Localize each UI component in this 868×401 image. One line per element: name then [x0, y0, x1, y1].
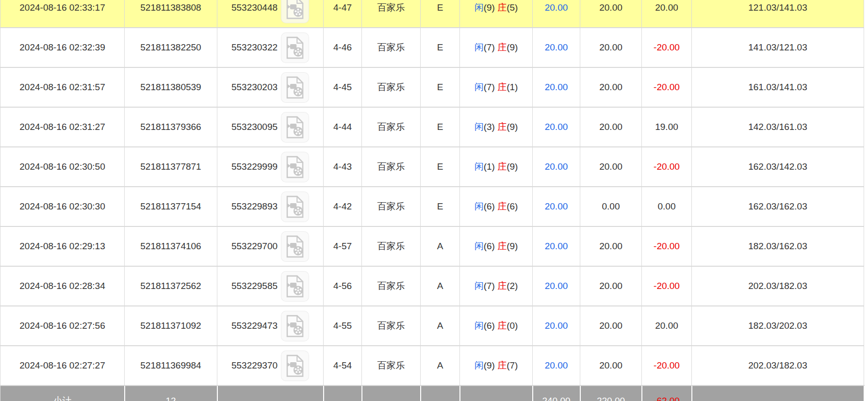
result-banker-score: (7): [507, 360, 518, 370]
video-file-icon: [285, 275, 305, 298]
valid-amount-cell: 20.00: [580, 0, 642, 28]
game-result-cell: 闲(7) 庄(2): [460, 266, 533, 306]
round-id-text: 553229999: [231, 161, 278, 172]
round-id-text: 553230203: [231, 82, 278, 93]
order-id-cell: 521811379366: [125, 107, 217, 147]
video-replay-button[interactable]: [281, 72, 309, 103]
bet-amount-cell[interactable]: 20.00: [533, 187, 580, 226]
valid-amount-cell: 20.00: [580, 67, 642, 107]
round-id-wrap: 553229999: [231, 152, 309, 182]
order-id-cell: 521811371092: [125, 306, 217, 346]
video-replay-button[interactable]: [281, 112, 309, 143]
table-round-cell: 4-55: [324, 306, 362, 346]
subtotal-count-cell: 12: [125, 385, 217, 401]
round-id-wrap: 553229893: [231, 192, 309, 222]
valid-amount-cell: 20.00: [580, 346, 642, 385]
result-player-score: (6): [484, 201, 495, 211]
balance-cell: 121.03/141.03: [692, 0, 864, 28]
subtotal-empty-code: [421, 385, 460, 401]
bet-time-cell: 2024-08-16 02:28:34: [0, 266, 125, 306]
table-row: 2024-08-16 02:32:39521811382250553230322…: [0, 28, 864, 67]
video-file-icon: [285, 36, 305, 59]
table-row: 2024-08-16 02:31:57521811380539553230203…: [0, 67, 864, 107]
video-replay-button[interactable]: [281, 271, 309, 302]
round-id-cell: 553229999: [217, 147, 324, 187]
table-row: 2024-08-16 02:27:27521811369984553229370…: [0, 346, 864, 385]
round-id-wrap: 553230095: [231, 112, 309, 143]
game-name-cell: 百家乐: [362, 0, 421, 28]
result-banker-label: 庄: [497, 241, 507, 251]
result-banker-score: (0): [507, 321, 518, 331]
win-loss-cell: -20.00: [642, 28, 692, 67]
balance-cell: 141.03/121.03: [692, 28, 864, 67]
result-banker-label: 庄: [497, 321, 507, 331]
table-row: 2024-08-16 02:31:27521811379366553230095…: [0, 107, 864, 147]
table-row: 2024-08-16 02:33:17521811383808553230448…: [0, 0, 864, 28]
game-name-cell: 百家乐: [362, 28, 421, 67]
bet-amount-cell[interactable]: 20.00: [533, 306, 580, 346]
bet-amount-cell[interactable]: 20.00: [533, 107, 580, 147]
video-replay-button[interactable]: [281, 192, 309, 222]
result-banker-score: (2): [507, 281, 518, 291]
table-row: 2024-08-16 02:30:50521811377871553229999…: [0, 147, 864, 187]
round-id-text: 553229473: [231, 321, 278, 331]
bet-amount-cell[interactable]: 20.00: [533, 147, 580, 187]
bet-amount-cell[interactable]: 20.00: [533, 266, 580, 306]
video-file-icon: [285, 195, 305, 218]
order-id-cell: 521811369984: [125, 346, 217, 385]
win-loss-cell: 0.00: [642, 187, 692, 226]
game-name-cell: 百家乐: [362, 147, 421, 187]
valid-amount-cell: 20.00: [580, 107, 642, 147]
bet-time-cell: 2024-08-16 02:32:39: [0, 28, 125, 67]
table-code-cell: A: [421, 226, 460, 266]
valid-amount-cell: 20.00: [580, 226, 642, 266]
result-banker-score: (1): [507, 82, 518, 92]
result-player-label: 闲: [475, 42, 484, 52]
video-replay-button[interactable]: [281, 152, 309, 182]
game-name-cell: 百家乐: [362, 346, 421, 385]
bet-amount-cell[interactable]: 20.00: [533, 0, 580, 28]
valid-amount-cell: 20.00: [580, 266, 642, 306]
video-replay-button[interactable]: [281, 311, 309, 341]
table-round-cell: 4-57: [324, 226, 362, 266]
result-player-label: 闲: [475, 161, 484, 172]
result-banker-score: (9): [507, 241, 518, 251]
round-id-cell: 553230095: [217, 107, 324, 147]
video-replay-button[interactable]: [281, 351, 309, 381]
video-replay-button[interactable]: [281, 231, 309, 262]
valid-amount-cell: 20.00: [580, 306, 642, 346]
subtotal-empty-round: [217, 385, 324, 401]
win-loss-cell: -20.00: [642, 346, 692, 385]
result-player-score: (7): [484, 42, 495, 52]
game-name-cell: 百家乐: [362, 107, 421, 147]
result-player-score: (3): [484, 122, 495, 132]
table-row: 2024-08-16 02:28:34521811372562553229585…: [0, 266, 864, 306]
round-id-text: 553229893: [231, 201, 278, 212]
table-round-cell: 4-46: [324, 28, 362, 67]
game-name-cell: 百家乐: [362, 67, 421, 107]
round-id-text: 553230448: [231, 2, 278, 13]
video-replay-button[interactable]: [281, 0, 309, 23]
game-result-cell: 闲(3) 庄(9): [460, 107, 533, 147]
video-replay-button[interactable]: [281, 32, 309, 63]
bet-amount-cell[interactable]: 20.00: [533, 226, 580, 266]
balance-cell: 202.03/182.03: [692, 346, 864, 385]
result-banker-label: 庄: [497, 2, 507, 13]
bet-amount-cell[interactable]: 20.00: [533, 67, 580, 107]
win-loss-cell: -20.00: [642, 147, 692, 187]
result-player-label: 闲: [475, 360, 484, 370]
table-code-cell: E: [421, 67, 460, 107]
bet-amount-cell[interactable]: 20.00: [533, 346, 580, 385]
bet-amount-cell[interactable]: 20.00: [533, 28, 580, 67]
game-result-cell: 闲(9) 庄(7): [460, 346, 533, 385]
game-result-cell: 闲(6) 庄(6): [460, 187, 533, 226]
round-id-cell: 553229700: [217, 226, 324, 266]
order-id-cell: 521811374106: [125, 226, 217, 266]
video-file-icon: [285, 116, 305, 139]
result-player-label: 闲: [475, 2, 484, 13]
round-id-cell: 553229893: [217, 187, 324, 226]
result-player-score: (9): [484, 2, 495, 13]
win-loss-cell: -20.00: [642, 226, 692, 266]
table-row: 2024-08-16 02:30:30521811377154553229893…: [0, 187, 864, 226]
result-banker-label: 庄: [497, 122, 507, 132]
